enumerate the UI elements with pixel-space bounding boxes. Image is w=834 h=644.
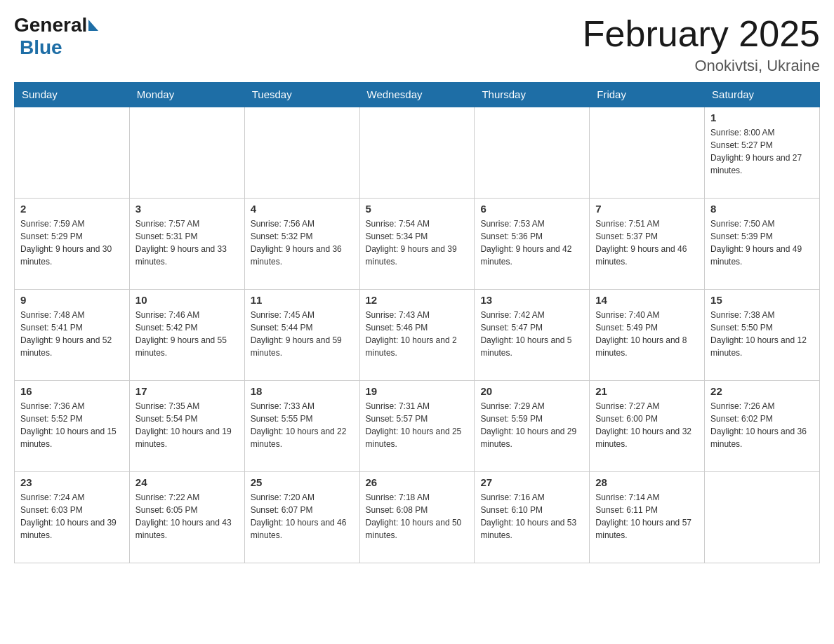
- day-info: Sunrise: 7:27 AM Sunset: 6:00 PM Dayligh…: [595, 400, 699, 450]
- calendar-day-cell: 5Sunrise: 7:54 AM Sunset: 5:34 PM Daylig…: [359, 198, 475, 289]
- calendar-week-row: 9Sunrise: 7:48 AM Sunset: 5:41 PM Daylig…: [15, 289, 820, 380]
- logo-arrow-icon: [88, 20, 98, 31]
- calendar-day-cell: [590, 107, 705, 198]
- day-info: Sunrise: 7:50 AM Sunset: 5:39 PM Dayligh…: [710, 217, 814, 268]
- day-number: 15: [710, 294, 814, 306]
- calendar-day-cell: 9Sunrise: 7:48 AM Sunset: 5:41 PM Daylig…: [15, 289, 130, 380]
- day-info: Sunrise: 7:56 AM Sunset: 5:32 PM Dayligh…: [251, 217, 354, 268]
- calendar-day-cell: 28Sunrise: 7:14 AM Sunset: 6:11 PM Dayli…: [590, 471, 705, 563]
- day-info: Sunrise: 7:35 AM Sunset: 5:54 PM Dayligh…: [135, 400, 239, 450]
- logo-general-text: General: [14, 14, 87, 36]
- day-info: Sunrise: 7:14 AM Sunset: 6:11 PM Dayligh…: [595, 491, 699, 542]
- day-info: Sunrise: 7:31 AM Sunset: 5:57 PM Dayligh…: [366, 400, 469, 450]
- calendar-day-cell: 1Sunrise: 8:00 AM Sunset: 5:27 PM Daylig…: [705, 107, 820, 198]
- day-number: 1: [710, 112, 814, 123]
- calendar-day-cell: 27Sunrise: 7:16 AM Sunset: 6:10 PM Dayli…: [475, 471, 590, 563]
- day-number: 27: [480, 476, 583, 488]
- calendar-day-cell: 17Sunrise: 7:35 AM Sunset: 5:54 PM Dayli…: [129, 380, 244, 471]
- day-info: Sunrise: 7:51 AM Sunset: 5:37 PM Dayligh…: [595, 217, 699, 268]
- day-number: 26: [366, 476, 469, 488]
- calendar-day-cell: 16Sunrise: 7:36 AM Sunset: 5:52 PM Dayli…: [15, 380, 130, 471]
- day-number: 23: [20, 476, 124, 488]
- calendar-week-row: 1Sunrise: 8:00 AM Sunset: 5:27 PM Daylig…: [15, 107, 820, 198]
- calendar-day-cell: 8Sunrise: 7:50 AM Sunset: 5:39 PM Daylig…: [705, 198, 820, 289]
- day-number: 7: [595, 203, 699, 215]
- day-info: Sunrise: 7:53 AM Sunset: 5:36 PM Dayligh…: [480, 217, 583, 268]
- day-info: Sunrise: 7:20 AM Sunset: 6:07 PM Dayligh…: [251, 491, 354, 542]
- logo: General Blue: [14, 14, 100, 59]
- title-block: February 2025 Onokivtsi, Ukraine: [583, 14, 820, 75]
- day-number: 21: [595, 385, 699, 397]
- calendar-header: SundayMondayTuesdayWednesdayThursdayFrid…: [15, 83, 820, 107]
- day-number: 25: [251, 476, 354, 488]
- calendar-day-cell: 7Sunrise: 7:51 AM Sunset: 5:37 PM Daylig…: [590, 198, 705, 289]
- location-subtitle: Onokivtsi, Ukraine: [583, 57, 820, 75]
- calendar-day-cell: [244, 107, 359, 198]
- calendar-day-cell: 4Sunrise: 7:56 AM Sunset: 5:32 PM Daylig…: [244, 198, 359, 289]
- calendar-day-cell: 25Sunrise: 7:20 AM Sunset: 6:07 PM Dayli…: [244, 471, 359, 563]
- page-header: General Blue February 2025 Onokivtsi, Uk…: [14, 14, 820, 75]
- day-number: 10: [135, 294, 239, 306]
- weekday-header-saturday: Saturday: [705, 83, 820, 107]
- day-info: Sunrise: 7:38 AM Sunset: 5:50 PM Dayligh…: [710, 309, 814, 359]
- weekday-header-friday: Friday: [590, 83, 705, 107]
- day-info: Sunrise: 7:57 AM Sunset: 5:31 PM Dayligh…: [135, 217, 239, 268]
- day-number: 9: [20, 294, 124, 306]
- day-number: 3: [135, 203, 239, 215]
- calendar-day-cell: 26Sunrise: 7:18 AM Sunset: 6:08 PM Dayli…: [359, 471, 475, 563]
- day-number: 17: [135, 385, 239, 397]
- day-info: Sunrise: 7:42 AM Sunset: 5:47 PM Dayligh…: [480, 309, 583, 359]
- day-info: Sunrise: 7:54 AM Sunset: 5:34 PM Dayligh…: [366, 217, 469, 268]
- calendar-table: SundayMondayTuesdayWednesdayThursdayFrid…: [14, 82, 820, 563]
- day-number: 8: [710, 203, 814, 215]
- calendar-day-cell: [359, 107, 475, 198]
- day-info: Sunrise: 7:18 AM Sunset: 6:08 PM Dayligh…: [366, 491, 469, 542]
- day-info: Sunrise: 7:29 AM Sunset: 5:59 PM Dayligh…: [480, 400, 583, 450]
- calendar-day-cell: 2Sunrise: 7:59 AM Sunset: 5:29 PM Daylig…: [15, 198, 130, 289]
- day-number: 13: [480, 294, 583, 306]
- day-info: Sunrise: 7:46 AM Sunset: 5:42 PM Dayligh…: [135, 309, 239, 359]
- calendar-day-cell: 15Sunrise: 7:38 AM Sunset: 5:50 PM Dayli…: [705, 289, 820, 380]
- day-info: Sunrise: 7:59 AM Sunset: 5:29 PM Dayligh…: [20, 217, 124, 268]
- logo-blue-text: Blue: [14, 36, 62, 58]
- calendar-day-cell: 20Sunrise: 7:29 AM Sunset: 5:59 PM Dayli…: [475, 380, 590, 471]
- day-info: Sunrise: 7:16 AM Sunset: 6:10 PM Dayligh…: [480, 491, 583, 542]
- day-number: 6: [480, 203, 583, 215]
- day-number: 24: [135, 476, 239, 488]
- month-year-title: February 2025: [583, 14, 820, 54]
- calendar-day-cell: [15, 107, 130, 198]
- day-info: Sunrise: 7:22 AM Sunset: 6:05 PM Dayligh…: [135, 491, 239, 542]
- calendar-body: 1Sunrise: 8:00 AM Sunset: 5:27 PM Daylig…: [15, 107, 820, 563]
- calendar-day-cell: 10Sunrise: 7:46 AM Sunset: 5:42 PM Dayli…: [129, 289, 244, 380]
- calendar-week-row: 23Sunrise: 7:24 AM Sunset: 6:03 PM Dayli…: [15, 471, 820, 563]
- calendar-day-cell: 11Sunrise: 7:45 AM Sunset: 5:44 PM Dayli…: [244, 289, 359, 380]
- calendar-day-cell: 6Sunrise: 7:53 AM Sunset: 5:36 PM Daylig…: [475, 198, 590, 289]
- calendar-week-row: 2Sunrise: 7:59 AM Sunset: 5:29 PM Daylig…: [15, 198, 820, 289]
- calendar-day-cell: 14Sunrise: 7:40 AM Sunset: 5:49 PM Dayli…: [590, 289, 705, 380]
- day-info: Sunrise: 7:45 AM Sunset: 5:44 PM Dayligh…: [251, 309, 354, 359]
- weekday-header-thursday: Thursday: [475, 83, 590, 107]
- day-number: 19: [366, 385, 469, 397]
- day-number: 16: [20, 385, 124, 397]
- calendar-day-cell: 24Sunrise: 7:22 AM Sunset: 6:05 PM Dayli…: [129, 471, 244, 563]
- calendar-day-cell: 23Sunrise: 7:24 AM Sunset: 6:03 PM Dayli…: [15, 471, 130, 563]
- day-number: 22: [710, 385, 814, 397]
- day-info: Sunrise: 7:48 AM Sunset: 5:41 PM Dayligh…: [20, 309, 124, 359]
- day-number: 11: [251, 294, 354, 306]
- calendar-day-cell: 22Sunrise: 7:26 AM Sunset: 6:02 PM Dayli…: [705, 380, 820, 471]
- calendar-day-cell: 12Sunrise: 7:43 AM Sunset: 5:46 PM Dayli…: [359, 289, 475, 380]
- calendar-day-cell: 19Sunrise: 7:31 AM Sunset: 5:57 PM Dayli…: [359, 380, 475, 471]
- calendar-day-cell: 3Sunrise: 7:57 AM Sunset: 5:31 PM Daylig…: [129, 198, 244, 289]
- day-number: 5: [366, 203, 469, 215]
- weekday-header-row: SundayMondayTuesdayWednesdayThursdayFrid…: [15, 83, 820, 107]
- day-number: 14: [595, 294, 699, 306]
- calendar-week-row: 16Sunrise: 7:36 AM Sunset: 5:52 PM Dayli…: [15, 380, 820, 471]
- day-number: 18: [251, 385, 354, 397]
- calendar-day-cell: [129, 107, 244, 198]
- day-number: 28: [595, 476, 699, 488]
- day-number: 2: [20, 203, 124, 215]
- weekday-header-tuesday: Tuesday: [244, 83, 359, 107]
- calendar-day-cell: 13Sunrise: 7:42 AM Sunset: 5:47 PM Dayli…: [475, 289, 590, 380]
- day-number: 12: [366, 294, 469, 306]
- day-info: Sunrise: 7:43 AM Sunset: 5:46 PM Dayligh…: [366, 309, 469, 359]
